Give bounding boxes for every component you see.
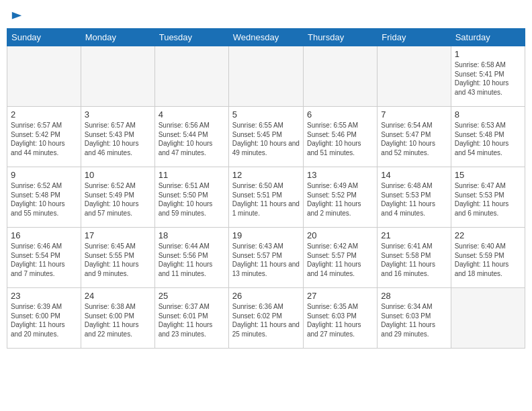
day-number: 20 [307, 230, 373, 240]
day-number: 27 [307, 291, 373, 301]
day-number: 10 [85, 170, 151, 180]
calendar-week-row: 16Sunrise: 6:46 AM Sunset: 5:54 PM Dayli… [7, 228, 525, 288]
day-number: 4 [159, 109, 225, 120]
day-number: 25 [159, 291, 225, 301]
calendar-cell [81, 46, 154, 107]
day-info: Sunrise: 6:45 AM Sunset: 5:55 PM Dayligh… [85, 242, 151, 278]
page-header [7, 7, 525, 23]
day-number: 21 [381, 230, 447, 240]
day-info: Sunrise: 6:48 AM Sunset: 5:53 PM Dayligh… [381, 181, 447, 218]
calendar-week-row: 23Sunrise: 6:39 AM Sunset: 6:00 PM Dayli… [7, 288, 525, 349]
day-number: 26 [232, 291, 300, 301]
calendar-cell [7, 46, 81, 107]
calendar-week-row: 9Sunrise: 6:52 AM Sunset: 5:48 PM Daylig… [7, 167, 525, 228]
day-info: Sunrise: 6:53 AM Sunset: 5:48 PM Dayligh… [455, 121, 521, 157]
day-number: 16 [11, 230, 77, 240]
weekday-header-thursday: Thursday [303, 29, 377, 46]
day-info: Sunrise: 6:44 AM Sunset: 5:56 PM Dayligh… [159, 242, 225, 278]
calendar-cell: 14Sunrise: 6:48 AM Sunset: 5:53 PM Dayli… [378, 167, 451, 228]
day-info: Sunrise: 6:46 AM Sunset: 5:54 PM Dayligh… [11, 242, 77, 278]
calendar-cell: 6Sunrise: 6:55 AM Sunset: 5:46 PM Daylig… [303, 107, 377, 167]
day-number: 1 [455, 49, 521, 59]
calendar-cell: 7Sunrise: 6:54 AM Sunset: 5:47 PM Daylig… [378, 107, 451, 167]
day-number: 3 [85, 109, 151, 120]
day-info: Sunrise: 6:55 AM Sunset: 5:45 PM Dayligh… [232, 121, 300, 157]
day-info: Sunrise: 6:57 AM Sunset: 5:43 PM Dayligh… [85, 121, 151, 157]
calendar-table: SundayMondayTuesdayWednesdayThursdayFrid… [7, 28, 525, 349]
day-info: Sunrise: 6:43 AM Sunset: 5:57 PM Dayligh… [232, 242, 300, 278]
day-info: Sunrise: 6:52 AM Sunset: 5:49 PM Dayligh… [85, 181, 151, 218]
weekday-header-monday: Monday [81, 29, 154, 46]
calendar-cell: 10Sunrise: 6:52 AM Sunset: 5:49 PM Dayli… [81, 167, 154, 228]
day-number: 7 [381, 109, 447, 120]
weekday-header-tuesday: Tuesday [154, 29, 228, 46]
day-info: Sunrise: 6:37 AM Sunset: 6:01 PM Dayligh… [159, 302, 225, 338]
calendar-cell: 3Sunrise: 6:57 AM Sunset: 5:43 PM Daylig… [81, 107, 154, 167]
day-number: 12 [232, 170, 300, 180]
day-number: 13 [307, 170, 373, 180]
day-info: Sunrise: 6:35 AM Sunset: 6:03 PM Dayligh… [307, 302, 373, 338]
calendar-cell: 5Sunrise: 6:55 AM Sunset: 5:45 PM Daylig… [228, 107, 303, 167]
calendar-week-row: 2Sunrise: 6:57 AM Sunset: 5:42 PM Daylig… [7, 107, 525, 167]
calendar-cell: 24Sunrise: 6:38 AM Sunset: 6:00 PM Dayli… [81, 288, 154, 349]
calendar-cell [378, 46, 451, 107]
day-info: Sunrise: 6:55 AM Sunset: 5:46 PM Dayligh… [307, 121, 373, 157]
calendar-cell: 15Sunrise: 6:47 AM Sunset: 5:53 PM Dayli… [451, 167, 525, 228]
day-number: 15 [455, 170, 521, 180]
day-number: 9 [11, 170, 77, 180]
day-info: Sunrise: 6:49 AM Sunset: 5:52 PM Dayligh… [307, 181, 373, 218]
calendar-cell: 13Sunrise: 6:49 AM Sunset: 5:52 PM Dayli… [303, 167, 377, 228]
day-info: Sunrise: 6:56 AM Sunset: 5:44 PM Dayligh… [159, 121, 225, 157]
weekday-header-friday: Friday [378, 29, 451, 46]
calendar-cell: 18Sunrise: 6:44 AM Sunset: 5:56 PM Dayli… [154, 228, 228, 288]
calendar-cell: 27Sunrise: 6:35 AM Sunset: 6:03 PM Dayli… [303, 288, 377, 349]
calendar-cell: 28Sunrise: 6:34 AM Sunset: 6:03 PM Dayli… [378, 288, 451, 349]
day-number: 28 [381, 291, 447, 301]
calendar-cell: 8Sunrise: 6:53 AM Sunset: 5:48 PM Daylig… [451, 107, 525, 167]
day-number: 17 [85, 230, 151, 240]
calendar-cell [303, 46, 377, 107]
calendar-cell: 12Sunrise: 6:50 AM Sunset: 5:51 PM Dayli… [228, 167, 303, 228]
calendar-cell: 22Sunrise: 6:40 AM Sunset: 5:59 PM Dayli… [451, 228, 525, 288]
calendar-cell: 21Sunrise: 6:41 AM Sunset: 5:58 PM Dayli… [378, 228, 451, 288]
calendar-cell: 1Sunrise: 6:58 AM Sunset: 5:41 PM Daylig… [451, 46, 525, 107]
day-info: Sunrise: 6:42 AM Sunset: 5:57 PM Dayligh… [307, 242, 373, 278]
day-info: Sunrise: 6:58 AM Sunset: 5:41 PM Dayligh… [455, 60, 521, 97]
calendar-cell: 11Sunrise: 6:51 AM Sunset: 5:50 PM Dayli… [154, 167, 228, 228]
calendar-cell: 4Sunrise: 6:56 AM Sunset: 5:44 PM Daylig… [154, 107, 228, 167]
day-number: 23 [11, 291, 77, 301]
weekday-header-saturday: Saturday [451, 29, 525, 46]
calendar-cell: 25Sunrise: 6:37 AM Sunset: 6:01 PM Dayli… [154, 288, 228, 349]
day-number: 11 [159, 170, 225, 180]
day-info: Sunrise: 6:38 AM Sunset: 6:00 PM Dayligh… [85, 302, 151, 338]
calendar-cell [154, 46, 228, 107]
day-info: Sunrise: 6:52 AM Sunset: 5:48 PM Dayligh… [11, 181, 77, 218]
calendar-cell: 17Sunrise: 6:45 AM Sunset: 5:55 PM Dayli… [81, 228, 154, 288]
day-number: 18 [159, 230, 225, 240]
day-info: Sunrise: 6:39 AM Sunset: 6:00 PM Dayligh… [11, 302, 77, 338]
weekday-header-sunday: Sunday [7, 29, 81, 46]
day-info: Sunrise: 6:51 AM Sunset: 5:50 PM Dayligh… [159, 181, 225, 218]
weekday-header-wednesday: Wednesday [228, 29, 303, 46]
day-number: 24 [85, 291, 151, 301]
day-number: 2 [11, 109, 77, 120]
logo-flag-icon [11, 11, 23, 23]
calendar-cell: 2Sunrise: 6:57 AM Sunset: 5:42 PM Daylig… [7, 107, 81, 167]
calendar-cell: 16Sunrise: 6:46 AM Sunset: 5:54 PM Dayli… [7, 228, 81, 288]
day-info: Sunrise: 6:36 AM Sunset: 6:02 PM Dayligh… [232, 302, 300, 338]
day-info: Sunrise: 6:50 AM Sunset: 5:51 PM Dayligh… [232, 181, 300, 218]
day-number: 22 [455, 230, 521, 240]
logo [9, 11, 23, 23]
day-number: 19 [232, 230, 300, 240]
svg-marker-0 [12, 12, 21, 19]
day-info: Sunrise: 6:54 AM Sunset: 5:47 PM Dayligh… [381, 121, 447, 157]
day-info: Sunrise: 6:47 AM Sunset: 5:53 PM Dayligh… [455, 181, 521, 218]
day-info: Sunrise: 6:34 AM Sunset: 6:03 PM Dayligh… [381, 302, 447, 338]
calendar-header-row: SundayMondayTuesdayWednesdayThursdayFrid… [7, 29, 525, 46]
calendar-cell: 9Sunrise: 6:52 AM Sunset: 5:48 PM Daylig… [7, 167, 81, 228]
calendar-cell [451, 288, 525, 349]
day-number: 5 [232, 109, 300, 120]
day-info: Sunrise: 6:40 AM Sunset: 5:59 PM Dayligh… [455, 242, 521, 278]
day-number: 8 [455, 109, 521, 120]
calendar-week-row: 1Sunrise: 6:58 AM Sunset: 5:41 PM Daylig… [7, 46, 525, 107]
